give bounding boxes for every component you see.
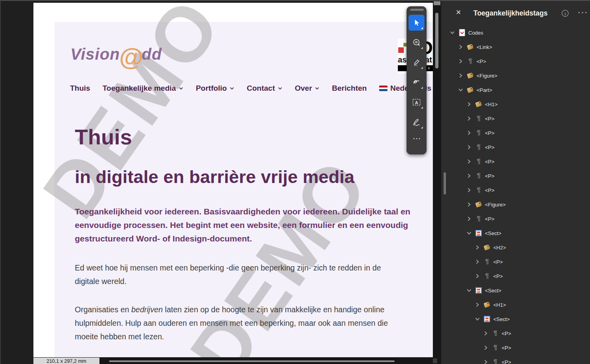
tag-tree-row-p[interactable]: ¶<P>: [441, 255, 590, 269]
chevron-right-icon[interactable]: [483, 360, 488, 364]
chevron-right-icon[interactable]: [467, 159, 471, 164]
text-box-tool-button[interactable]: A: [409, 94, 424, 110]
draw-tool-button[interactable]: [409, 74, 424, 90]
paragraph-icon: ¶: [494, 330, 497, 337]
chevron-right-icon[interactable]: [467, 202, 471, 207]
nav-link-toegankelijke-media[interactable]: Toegankelijke media: [103, 84, 183, 93]
tag-tree-row-p[interactable]: ¶<P>: [441, 269, 590, 283]
nav-link-thuis[interactable]: Thuis: [70, 84, 90, 93]
tag-tree-row-p[interactable]: ¶<P>: [441, 111, 590, 126]
nav-link-berichten[interactable]: Berichten: [332, 84, 367, 93]
tag-tree-row-h1[interactable]: <H1>: [441, 298, 590, 312]
chevron-right-icon[interactable]: [467, 216, 471, 221]
tag-label: <P>: [485, 144, 495, 150]
panel-scrollbar-thumb[interactable]: [444, 172, 446, 195]
body-paragraph: Ed weet hoe hij mensen met een beperking…: [75, 261, 381, 288]
cursor-arrow-icon: [413, 19, 421, 27]
tag-tree-row-sect[interactable]: <Sect>: [441, 283, 590, 298]
tag-tree-row-p[interactable]: ¶<P>: [441, 140, 590, 154]
tag-icon: [475, 201, 482, 208]
chevron-right-icon[interactable]: [458, 73, 463, 78]
nav-link-contact[interactable]: Contact: [247, 84, 282, 93]
nav-link-over[interactable]: Over: [295, 84, 319, 93]
panel-title: Toegankelijkheidstags: [473, 9, 547, 18]
tag-tree-row-h2[interactable]: <H2>: [441, 240, 590, 255]
chevron-down-icon: [278, 87, 282, 90]
chevron-right-icon[interactable]: [475, 245, 480, 250]
tag-tree-row-p[interactable]: ¶<P>: [441, 154, 590, 169]
document-horizontal-scrollbar-thumb[interactable]: [109, 360, 395, 362]
tag-label: <Figure>: [477, 73, 497, 79]
tag-icon: [483, 302, 490, 308]
chevron-right-icon[interactable]: [467, 130, 471, 135]
lead-line: Toegankelijkheid voor iedereen. Basisvaa…: [75, 205, 410, 218]
tag-label: <P>: [477, 58, 486, 64]
body-line: Ed weet hoe hij mensen met een beperking…: [75, 261, 381, 274]
chevron-down-icon[interactable]: [450, 30, 455, 35]
tag-tree-row-sect[interactable]: <Sect>: [441, 226, 590, 240]
chevron-right-icon[interactable]: [483, 345, 488, 350]
tag-tree-row-p[interactable]: ¶<P>: [441, 126, 590, 140]
pdf-page: DEMO DEMO Vision@dd ThuisToegankelijke m…: [33, 3, 433, 357]
chevron-right-icon[interactable]: [467, 145, 471, 150]
chevron-right-icon[interactable]: [467, 116, 471, 121]
tag-label: <P>: [485, 130, 495, 136]
tag-tree-row-figure[interactable]: <Figure>: [441, 68, 590, 83]
paragraph-icon: ¶: [485, 273, 489, 279]
select-tool-button[interactable]: [409, 15, 424, 31]
tag-tree-row-p[interactable]: ¶<P>: [441, 212, 590, 226]
pdf-file-icon: [459, 29, 465, 36]
tag-label: <P>: [485, 173, 495, 179]
more-options-icon[interactable]: ···: [578, 9, 588, 17]
tag-tree-row-figure[interactable]: <Figure>: [441, 197, 590, 212]
visionadd-logo[interactable]: Vision@dd: [70, 41, 162, 69]
comment-bubble-icon: [412, 38, 421, 47]
chevron-right-icon[interactable]: [475, 259, 480, 264]
info-icon[interactable]: i: [562, 10, 569, 17]
tag-tree-row-link[interactable]: <Link>: [441, 40, 590, 54]
tag-tree-row-p[interactable]: ¶<P>: [441, 355, 590, 364]
tag-tree-row-part[interactable]: <Part>: [441, 83, 590, 97]
chevron-right-icon[interactable]: [475, 302, 480, 307]
tag-tree-row-p[interactable]: ¶<P>: [441, 326, 590, 341]
tag-label: <Sect>: [493, 316, 510, 322]
nav-label: Portfolio: [196, 84, 227, 93]
more-tools-button[interactable]: [409, 134, 424, 143]
chevron-right-icon[interactable]: [475, 274, 480, 278]
section-icon: [475, 287, 482, 294]
chevron-right-icon[interactable]: [458, 59, 463, 64]
tag-tree-row-codes[interactable]: Codes: [441, 25, 590, 40]
tag-tree-row-p[interactable]: ¶<P>: [441, 183, 590, 197]
tag-tree-row-p[interactable]: ¶<P>: [441, 169, 590, 183]
tag-label: <H1>: [493, 302, 506, 308]
chevron-down-icon[interactable]: [475, 317, 480, 321]
chevron-right-icon[interactable]: [458, 45, 463, 49]
page-title: Thuis: [75, 125, 132, 149]
tag-tree-row-p[interactable]: ¶<P>: [441, 54, 590, 68]
tag-label: <P>: [485, 187, 495, 193]
paragraph-icon: ¶: [477, 144, 481, 150]
tag-tree-row-sect[interactable]: <Sect>: [441, 312, 590, 326]
paragraph-icon: ¶: [469, 58, 472, 64]
chevron-down-icon[interactable]: [458, 88, 463, 92]
fill-sign-tool-button[interactable]: [409, 114, 424, 130]
tag-tree-row-p[interactable]: ¶<P>: [441, 341, 590, 355]
netherlands-flag-icon: [379, 86, 387, 91]
close-icon[interactable]: ×: [456, 8, 461, 17]
highlight-tool-button[interactable]: [409, 55, 424, 70]
body-paragraph: Organisaties en bedrijven laten zien op …: [75, 303, 388, 343]
chevron-down-icon[interactable]: [467, 231, 471, 236]
chevron-right-icon[interactable]: [467, 173, 471, 178]
document-vertical-scrollbar-thumb[interactable]: [435, 13, 438, 68]
chevron-right-icon[interactable]: [483, 331, 488, 336]
chevron-right-icon[interactable]: [467, 188, 471, 193]
nav-link-portfolio[interactable]: Portfolio: [196, 84, 234, 93]
lead-line: gestructureerd Word- of Indesign-documen…: [75, 232, 410, 245]
chevron-down-icon[interactable]: [467, 288, 471, 293]
chevron-right-icon[interactable]: [467, 102, 471, 107]
svg-text:A: A: [415, 100, 418, 105]
tag-tree-row-h1[interactable]: <H1>: [441, 97, 590, 111]
toolbar-drag-handle[interactable]: [410, 9, 424, 11]
tag-icon: [467, 87, 473, 93]
comment-tool-button[interactable]: [409, 35, 424, 51]
